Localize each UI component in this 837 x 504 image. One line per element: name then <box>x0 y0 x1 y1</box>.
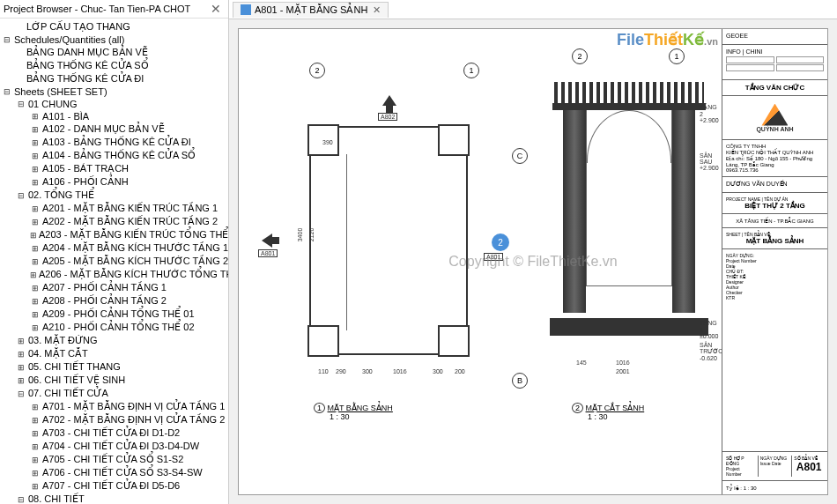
tree-item[interactable]: ⊞A205 - MẶT BẰNG KÍCH THƯỚC TẦNG 2 <box>0 255 228 268</box>
tree-toggle-icon[interactable]: ⊞ <box>30 402 41 412</box>
tree-label: Schedules/Quantities (all) <box>14 34 124 45</box>
interior-line <box>346 154 434 330</box>
tree-item[interactable]: ⊟07. CHI TIẾT CỬA <box>0 387 228 400</box>
tree-item[interactable]: ⊞A706 - CHI TIẾT CỬA SỔ S3-S4-SW <box>0 466 228 479</box>
tree-toggle-icon[interactable]: ⊞ <box>30 322 41 333</box>
main-area: A801 - MẶT BẰNG SẢNH ✕ FileThiếtKế.vn Co… <box>229 0 837 504</box>
tree-toggle-icon[interactable]: ⊞ <box>30 256 41 267</box>
tree-item[interactable]: ⊞A206 - MẶT BẰNG KÍCH THƯỚC TỔNG THỂ <box>0 268 228 281</box>
tree-item[interactable]: ⊞A703 - CHI TIẾT CỬA ĐI D1-D2 <box>0 426 228 440</box>
tree-item[interactable]: BẢNG THỐNG KÊ CỬA ĐI <box>0 72 228 85</box>
tree-item[interactable]: ⊞A701 - MẶT BẰNG ĐỊNH VỊ CỬA TẦNG 1 <box>0 400 228 413</box>
tree-label: A208 - PHỐI CẢNH TẦNG 2 <box>42 295 167 307</box>
dimension: 2120 <box>308 228 315 242</box>
sheet-icon <box>241 4 251 15</box>
tree-toggle-icon[interactable]: ⊞ <box>30 243 41 254</box>
tree-toggle-icon[interactable]: ⊞ <box>30 164 41 174</box>
tree-item[interactable]: ⊞A102 - DANH MỤC BẢN VẼ <box>0 122 228 136</box>
tree-item[interactable]: ⊞A209 - PHỐI CẢNH TỔNG THỂ 01 <box>0 308 228 321</box>
tree-toggle-icon[interactable]: ⊞ <box>30 415 41 426</box>
tab-sheet[interactable]: A801 - MẶT BẰNG SẢNH ✕ <box>233 2 389 18</box>
titleblock: GEOEE INFO | CHINI TẦNG VĂN CHỨC QUỲNH A… <box>722 29 827 494</box>
tree-toggle-icon[interactable]: ⊟ <box>16 190 26 201</box>
arch <box>587 110 671 163</box>
project-tree[interactable]: LỚP CẤU TẠO THANG⊟Schedules/Quantities (… <box>0 19 228 504</box>
tree-toggle-icon[interactable]: ⊟ <box>16 99 26 109</box>
tree-toggle-icon[interactable]: ⊞ <box>30 455 41 465</box>
tree-toggle-icon[interactable]: ⊞ <box>30 468 41 478</box>
dimension: 1016 <box>393 368 407 374</box>
tree-item[interactable]: ⊞A106 - PHỐI CẢNH <box>0 175 228 189</box>
tree-label: 03. MẶT ĐỨNG <box>28 335 98 346</box>
tree-item[interactable]: ⊞A202 - MẶT BẰNG KIẾN TRÚC TẦNG 2 <box>0 215 228 228</box>
tree-toggle-icon[interactable]: ⊞ <box>30 111 41 122</box>
project-browser[interactable]: Project Browser - Chuc- Tan Tien-PA CHOT… <box>0 0 229 504</box>
tree-toggle-icon[interactable]: ⊞ <box>30 481 41 492</box>
tree-label: A704 - CHI TIẾT CỬA ĐI D3-D4-DW <box>42 441 199 452</box>
tree-toggle-icon[interactable]: ⊞ <box>30 270 37 280</box>
tree-item[interactable]: ⊞A208 - PHỐI CẢNH TẦNG 2 <box>0 294 228 308</box>
dimension: 300 <box>362 368 373 374</box>
tb-company: CÔNG TY TNHH KIẾN TRÚC NỘI THẤT QUỲNH AN… <box>722 140 827 177</box>
tab-close-icon[interactable]: ✕ <box>373 4 381 16</box>
tree-toggle-icon[interactable]: ⊞ <box>30 177 41 188</box>
tree-toggle-icon[interactable]: ⊟ <box>2 34 12 45</box>
tree-item[interactable]: ⊞06. CHI TIẾT VỆ SINH <box>0 374 228 387</box>
tree-toggle-icon[interactable]: ⊞ <box>30 428 41 439</box>
tree-toggle-icon[interactable]: ⊞ <box>30 230 37 241</box>
tree-label: A205 - MẶT BẰNG KÍCH THƯỚC TẦNG 2 <box>42 256 228 267</box>
tree-item[interactable]: BẢNG THỐNG KÊ CỬA SỔ <box>0 59 228 72</box>
tree-toggle-icon[interactable]: ⊞ <box>30 124 41 135</box>
section-marker <box>382 95 396 113</box>
tree-toggle-icon[interactable]: ⊞ <box>30 204 41 214</box>
tree-item[interactable]: ⊞A105 - BÁT TRẠCH <box>0 162 228 175</box>
tree-item[interactable]: ⊞A210 - PHỐI CẢNH TỔNG THỂ 02 <box>0 321 228 334</box>
tree-item[interactable]: ⊞A705 - CHI TIẾT CỬA SỔ S1-S2 <box>0 453 228 466</box>
tree-toggle-icon[interactable]: ⊞ <box>30 309 41 320</box>
tree-item[interactable]: ⊟01 CHUNG <box>0 98 228 110</box>
tree-item[interactable]: ⊞A204 - MẶT BẰNG KÍCH THƯỚC TẦNG 1 <box>0 241 228 255</box>
tree-toggle-icon[interactable]: ⊟ <box>16 494 26 505</box>
tree-item[interactable]: ⊞A203 - MẶT BẰNG KIẾN TRÚC TỔNG THỂ <box>0 228 228 241</box>
close-icon[interactable]: ✕ <box>207 2 225 16</box>
tree-toggle-icon[interactable]: ⊞ <box>16 349 26 359</box>
tree-toggle-icon[interactable]: ⊟ <box>16 389 26 399</box>
tree-item[interactable]: BẢNG DANH MỤC BẢN VẼ <box>0 46 228 59</box>
tree-item[interactable]: ⊟02. TỔNG THỂ <box>0 189 228 202</box>
grid-bubble-b: B <box>512 373 528 389</box>
tree-toggle-icon[interactable]: ⊞ <box>30 137 41 148</box>
tree-toggle-icon[interactable]: ⊞ <box>30 296 41 307</box>
grid-bubble: 2 <box>572 48 588 64</box>
dimension: 390 <box>322 139 333 145</box>
tree-toggle-icon[interactable]: ⊞ <box>30 151 41 161</box>
tree-toggle-icon[interactable]: ⊞ <box>16 336 26 346</box>
tree-item[interactable]: LỚP CẤU TẠO THANG <box>0 20 228 33</box>
tb-info: INFO | CHINI <box>722 45 827 80</box>
tree-item[interactable]: ⊞A207 - PHỐI CẢNH TẦNG 1 <box>0 281 228 294</box>
tree-toggle-icon[interactable]: ⊞ <box>30 441 41 452</box>
tree-item[interactable]: ⊞A704 - CHI TIẾT CỬA ĐI D3-D4-DW <box>0 440 228 453</box>
tree-item[interactable]: ⊞A201 - MẶT BẰNG KIẾN TRÚC TẦNG 1 <box>0 202 228 215</box>
tree-toggle-icon[interactable]: ⊞ <box>30 217 41 227</box>
column-left <box>563 110 586 313</box>
tree-toggle-icon[interactable]: ⊞ <box>16 375 26 386</box>
drawing-canvas[interactable]: FileThiếtKế.vn Copyright © FileThietKe.v… <box>229 19 837 504</box>
column-pier <box>307 325 339 357</box>
tree-item[interactable]: ⊞04. MẶT CẮT <box>0 347 228 360</box>
tree-toggle-icon[interactable]: ⊟ <box>2 86 12 97</box>
tree-item[interactable]: ⊟08. CHI TIẾT <box>0 493 228 504</box>
sidebar-title: Project Browser - Chuc- Tan Tien-PA CHOT <box>4 4 207 14</box>
tree-item[interactable]: ⊞A101 - BÌA <box>0 110 228 122</box>
sidebar-header: Project Browser - Chuc- Tan Tien-PA CHOT… <box>0 0 228 19</box>
tree-item[interactable]: ⊞A707 - CHI TIẾT CỬA ĐI D5-D6 <box>0 479 228 493</box>
tree-item[interactable]: ⊞A702 - MẶT BẰNG ĐỊNH VỊ CỬA TẦNG 2 <box>0 413 228 426</box>
tree-toggle-icon[interactable]: ⊞ <box>30 283 41 293</box>
tree-label: A203 - MẶT BẰNG KIẾN TRÚC TỔNG THỂ <box>39 229 228 241</box>
tree-item[interactable]: ⊟Schedules/Quantities (all) <box>0 33 228 46</box>
tree-item[interactable]: ⊞A103 - BẢNG THỐNG KÊ CỬA ĐI <box>0 136 228 149</box>
tree-toggle-icon[interactable]: ⊞ <box>16 362 26 373</box>
tree-item[interactable]: ⊞03. MẶT ĐỨNG <box>0 334 228 347</box>
tree-item[interactable]: ⊟Sheets (SHEET SET) <box>0 85 228 98</box>
tree-item[interactable]: ⊞A104 - BẢNG THỐNG KÊ CỬA SỔ <box>0 149 228 162</box>
tree-item[interactable]: ⊞05. CHI TIẾT THANG <box>0 360 228 374</box>
